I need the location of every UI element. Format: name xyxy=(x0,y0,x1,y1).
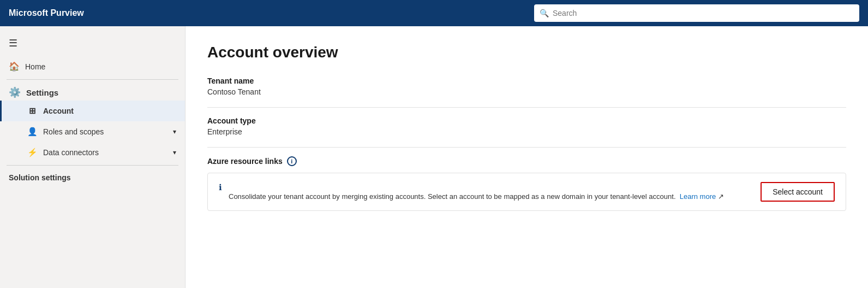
page-title: Account overview xyxy=(207,44,846,61)
hamburger-menu[interactable]: ☰ xyxy=(0,33,185,54)
app-header: Microsoft Purview 🔍 xyxy=(0,0,868,26)
azure-resource-info-text: Consolidate your tenant account by mergi… xyxy=(229,192,676,201)
azure-resource-info-icon[interactable]: i xyxy=(287,156,297,166)
account-type-label: Account type xyxy=(207,116,846,125)
home-icon: 🏠 xyxy=(9,61,20,72)
section-divider-2 xyxy=(207,147,846,148)
sidebar-data-connectors-label: Data connectors xyxy=(43,148,167,157)
connectors-chevron-icon: ▾ xyxy=(173,149,176,156)
tenant-name-label: Tenant name xyxy=(207,77,846,85)
data-connectors-icon: ⚡ xyxy=(27,148,38,157)
settings-icon: ⚙️ xyxy=(9,86,21,98)
search-wrapper: 🔍 xyxy=(534,4,859,22)
settings-label: Settings xyxy=(26,88,58,97)
azure-resource-header: Azure resource links i xyxy=(207,156,846,166)
sidebar-item-account[interactable]: ⊞ Account xyxy=(0,101,185,121)
search-input[interactable] xyxy=(534,4,859,22)
tenant-name-value: Contoso Tenant xyxy=(207,87,846,96)
sidebar-divider-2 xyxy=(7,165,178,166)
main-layout: ☰ 🏠 Home ⚙️ Settings ⊞ Account 👤 Roles a… xyxy=(0,26,868,288)
sidebar-solution-settings: Solution settings xyxy=(0,168,185,187)
roles-chevron-icon: ▾ xyxy=(173,128,176,136)
learn-more-link[interactable]: Learn more xyxy=(680,192,716,201)
app-brand: Microsoft Purview xyxy=(9,8,84,18)
azure-resource-section: Azure resource links i ℹ Consolidate you… xyxy=(207,156,846,211)
roles-icon: 👤 xyxy=(27,127,38,137)
account-icon: ⊞ xyxy=(27,106,38,116)
tenant-name-section: Tenant name Contoso Tenant xyxy=(207,77,846,96)
select-account-button[interactable]: Select account xyxy=(761,182,835,202)
box-info-icon: ℹ xyxy=(219,183,222,192)
sidebar-home-label: Home xyxy=(25,62,176,71)
account-type-value: Enterprise xyxy=(207,127,846,136)
azure-resource-box: ℹ Consolidate your tenant account by mer… xyxy=(207,173,846,211)
sidebar-settings-section: ⚙️ Settings xyxy=(0,82,185,101)
sidebar-item-home[interactable]: 🏠 Home xyxy=(0,56,185,77)
sidebar-item-data-connectors[interactable]: ⚡ Data connectors ▾ xyxy=(0,142,185,163)
sidebar-account-label: Account xyxy=(43,107,176,115)
sidebar: ☰ 🏠 Home ⚙️ Settings ⊞ Account 👤 Roles a… xyxy=(0,26,185,288)
account-type-section: Account type Enterprise xyxy=(207,116,846,136)
azure-resource-description: Consolidate your tenant account by mergi… xyxy=(229,191,745,202)
azure-resource-links-label: Azure resource links xyxy=(207,157,283,166)
sidebar-roles-label: Roles and scopes xyxy=(43,127,167,136)
main-content: Account overview Tenant name Contoso Ten… xyxy=(185,26,868,288)
sidebar-divider-1 xyxy=(7,79,178,80)
azure-resource-inner: Consolidate your tenant account by mergi… xyxy=(229,182,835,202)
sidebar-item-roles-scopes[interactable]: 👤 Roles and scopes ▾ xyxy=(0,121,185,142)
section-divider-1 xyxy=(207,107,846,108)
